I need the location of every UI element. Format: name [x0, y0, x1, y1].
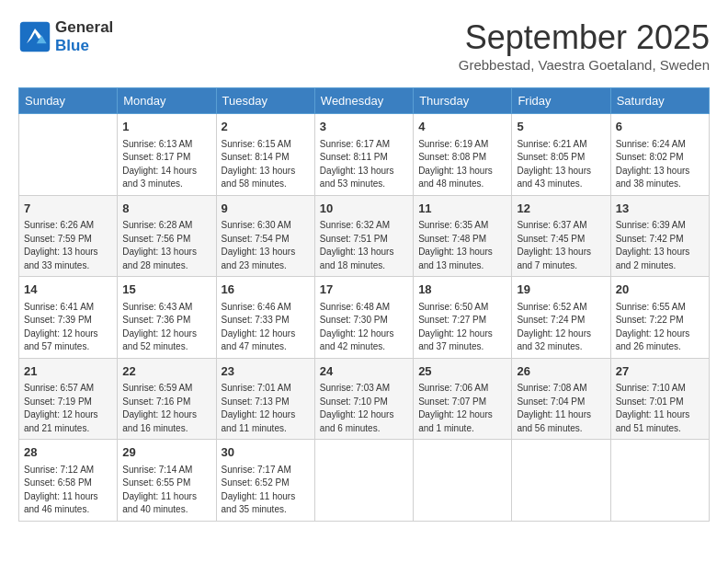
calendar-day-cell: 24Sunrise: 7:03 AMSunset: 7:10 PMDayligh…: [314, 358, 413, 440]
calendar-day-cell: 22Sunrise: 6:59 AMSunset: 7:16 PMDayligh…: [118, 358, 216, 440]
day-info: Sunrise: 6:13 AMSunset: 8:17 PMDaylight:…: [122, 138, 210, 191]
day-info: Sunrise: 7:03 AMSunset: 7:10 PMDaylight:…: [320, 382, 408, 435]
svg-rect-0: [20, 22, 50, 52]
calendar-day-cell: 28Sunrise: 7:12 AMSunset: 6:58 PMDayligh…: [19, 440, 118, 522]
day-info: Sunrise: 6:19 AMSunset: 8:08 PMDaylight:…: [418, 138, 506, 191]
calendar-day-cell: 2Sunrise: 6:15 AMSunset: 8:14 PMDaylight…: [216, 114, 314, 196]
day-info: Sunrise: 7:08 AMSunset: 7:04 PMDaylight:…: [517, 382, 605, 435]
day-number: 15: [122, 281, 210, 299]
day-number: 20: [616, 281, 704, 299]
day-info: Sunrise: 6:17 AMSunset: 8:11 PMDaylight:…: [320, 138, 408, 191]
calendar-day-cell: 18Sunrise: 6:50 AMSunset: 7:27 PMDayligh…: [414, 277, 512, 359]
calendar-day-cell: 7Sunrise: 6:26 AMSunset: 7:59 PMDaylight…: [19, 195, 118, 277]
day-info: Sunrise: 6:24 AMSunset: 8:02 PMDaylight:…: [616, 138, 704, 191]
day-number: 22: [122, 362, 210, 381]
calendar-week-row: 1Sunrise: 6:13 AMSunset: 8:17 PMDaylight…: [19, 114, 710, 196]
calendar-day-cell: [19, 114, 118, 196]
day-info: Sunrise: 7:06 AMSunset: 7:07 PMDaylight:…: [418, 382, 506, 435]
day-number: 24: [320, 362, 408, 381]
weekday-cell: Thursday: [414, 88, 512, 114]
calendar-day-cell: 27Sunrise: 7:10 AMSunset: 7:01 PMDayligh…: [610, 358, 709, 440]
day-info: Sunrise: 6:59 AMSunset: 7:16 PMDaylight:…: [122, 382, 210, 435]
day-info: Sunrise: 6:57 AMSunset: 7:19 PMDaylight:…: [24, 382, 112, 435]
calendar-day-cell: 3Sunrise: 6:17 AMSunset: 8:11 PMDaylight…: [314, 114, 413, 196]
weekday-cell: Tuesday: [216, 88, 314, 114]
day-info: Sunrise: 6:28 AMSunset: 7:56 PMDaylight:…: [122, 219, 210, 272]
day-number: 17: [320, 281, 408, 299]
day-number: 11: [418, 200, 506, 218]
day-info: Sunrise: 6:52 AMSunset: 7:24 PMDaylight:…: [517, 301, 605, 354]
day-number: 28: [24, 443, 112, 462]
day-number: 26: [517, 362, 605, 381]
calendar-day-cell: 13Sunrise: 6:39 AMSunset: 7:42 PMDayligh…: [610, 195, 709, 277]
day-info: Sunrise: 6:15 AMSunset: 8:14 PMDaylight:…: [222, 138, 310, 191]
calendar-day-cell: 5Sunrise: 6:21 AMSunset: 8:05 PMDaylight…: [512, 114, 610, 196]
calendar-day-cell: 14Sunrise: 6:41 AMSunset: 7:39 PMDayligh…: [19, 277, 118, 359]
day-info: Sunrise: 7:12 AMSunset: 6:58 PMDaylight:…: [24, 464, 112, 517]
page-header: General Blue September 2025 Grebbestad, …: [18, 18, 710, 73]
calendar-week-row: 7Sunrise: 6:26 AMSunset: 7:59 PMDaylight…: [19, 195, 710, 277]
weekday-cell: Monday: [118, 88, 216, 114]
day-number: 6: [616, 118, 704, 136]
location-subtitle: Grebbestad, Vaestra Goetaland, Sweden: [459, 57, 710, 73]
day-number: 23: [222, 362, 310, 381]
day-number: 21: [24, 362, 112, 381]
day-info: Sunrise: 7:10 AMSunset: 7:01 PMDaylight:…: [616, 382, 704, 435]
calendar-week-row: 28Sunrise: 7:12 AMSunset: 6:58 PMDayligh…: [19, 440, 710, 522]
day-info: Sunrise: 6:46 AMSunset: 7:33 PMDaylight:…: [222, 301, 310, 354]
day-number: 1: [122, 118, 210, 136]
day-info: Sunrise: 6:30 AMSunset: 7:54 PMDaylight:…: [222, 219, 310, 272]
day-info: Sunrise: 6:37 AMSunset: 7:45 PMDaylight:…: [517, 219, 605, 272]
calendar-body: 1Sunrise: 6:13 AMSunset: 8:17 PMDaylight…: [19, 114, 710, 522]
calendar-day-cell: 8Sunrise: 6:28 AMSunset: 7:56 PMDaylight…: [118, 195, 216, 277]
day-info: Sunrise: 6:26 AMSunset: 7:59 PMDaylight:…: [24, 219, 112, 272]
day-number: 29: [122, 443, 210, 462]
calendar-day-cell: 17Sunrise: 6:48 AMSunset: 7:30 PMDayligh…: [314, 277, 413, 359]
day-info: Sunrise: 6:39 AMSunset: 7:42 PMDaylight:…: [616, 219, 704, 272]
calendar-day-cell: 16Sunrise: 6:46 AMSunset: 7:33 PMDayligh…: [216, 277, 314, 359]
day-info: Sunrise: 6:50 AMSunset: 7:27 PMDaylight:…: [418, 301, 506, 354]
day-number: 9: [222, 200, 310, 218]
day-number: 5: [517, 118, 605, 136]
day-number: 7: [24, 200, 112, 218]
title-area: September 2025 Grebbestad, Vaestra Goeta…: [459, 18, 710, 73]
day-number: 19: [517, 281, 605, 299]
calendar-day-cell: 29Sunrise: 7:14 AMSunset: 6:55 PMDayligh…: [118, 440, 216, 522]
day-number: 14: [24, 281, 112, 299]
calendar-day-cell: 6Sunrise: 6:24 AMSunset: 8:02 PMDaylight…: [610, 114, 709, 196]
day-number: 16: [222, 281, 310, 299]
weekday-cell: Wednesday: [314, 88, 413, 114]
logo-text: General Blue: [55, 18, 113, 55]
calendar-week-row: 21Sunrise: 6:57 AMSunset: 7:19 PMDayligh…: [19, 358, 710, 440]
day-info: Sunrise: 6:48 AMSunset: 7:30 PMDaylight:…: [320, 301, 408, 354]
day-info: Sunrise: 7:17 AMSunset: 6:52 PMDaylight:…: [222, 464, 310, 517]
day-number: 30: [222, 443, 310, 462]
day-number: 25: [418, 362, 506, 381]
calendar-table: SundayMondayTuesdayWednesdayThursdayFrid…: [18, 87, 710, 522]
day-number: 3: [320, 118, 408, 136]
day-number: 13: [616, 200, 704, 218]
day-number: 2: [222, 118, 310, 136]
day-number: 10: [320, 200, 408, 218]
logo-icon: [18, 20, 51, 53]
calendar-day-cell: [414, 440, 512, 522]
day-info: Sunrise: 6:41 AMSunset: 7:39 PMDaylight:…: [24, 301, 112, 354]
day-number: 27: [616, 362, 704, 381]
logo: General Blue: [18, 18, 113, 55]
calendar-day-cell: 10Sunrise: 6:32 AMSunset: 7:51 PMDayligh…: [314, 195, 413, 277]
calendar-day-cell: 21Sunrise: 6:57 AMSunset: 7:19 PMDayligh…: [19, 358, 118, 440]
day-info: Sunrise: 6:55 AMSunset: 7:22 PMDaylight:…: [616, 301, 704, 354]
day-info: Sunrise: 6:21 AMSunset: 8:05 PMDaylight:…: [517, 138, 605, 191]
weekday-cell: Saturday: [610, 88, 709, 114]
calendar-day-cell: 30Sunrise: 7:17 AMSunset: 6:52 PMDayligh…: [216, 440, 314, 522]
weekday-cell: Sunday: [19, 88, 118, 114]
weekday-header-row: SundayMondayTuesdayWednesdayThursdayFrid…: [19, 88, 710, 114]
calendar-day-cell: [610, 440, 709, 522]
day-number: 8: [122, 200, 210, 218]
calendar-day-cell: [512, 440, 610, 522]
calendar-day-cell: [314, 440, 413, 522]
calendar-day-cell: 23Sunrise: 7:01 AMSunset: 7:13 PMDayligh…: [216, 358, 314, 440]
calendar-day-cell: 12Sunrise: 6:37 AMSunset: 7:45 PMDayligh…: [512, 195, 610, 277]
calendar-day-cell: 4Sunrise: 6:19 AMSunset: 8:08 PMDaylight…: [414, 114, 512, 196]
calendar-day-cell: 9Sunrise: 6:30 AMSunset: 7:54 PMDaylight…: [216, 195, 314, 277]
